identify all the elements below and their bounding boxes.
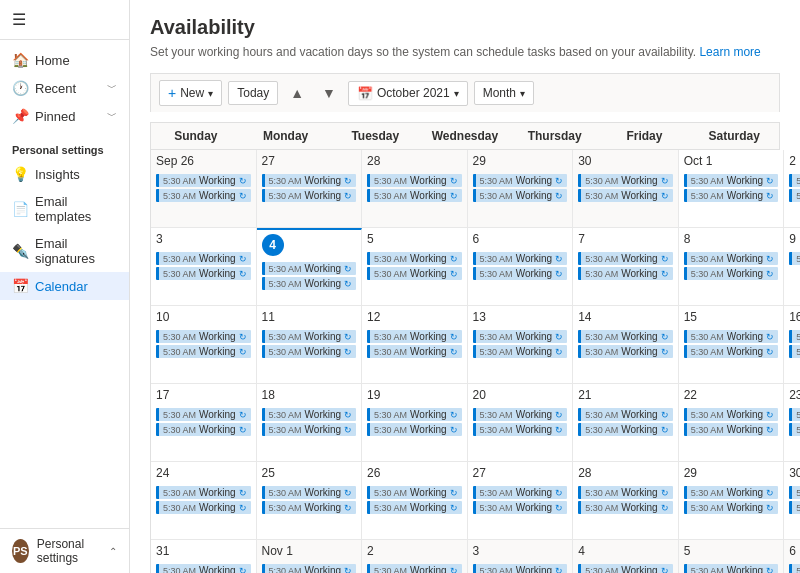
working-bar[interactable]: 5:30 AMWorking↻ bbox=[156, 423, 251, 436]
working-bar[interactable]: 5:30 AMWorking↻ bbox=[156, 330, 251, 343]
calendar-cell[interactable]: Nov 15:30 AMWorking↻5:30 AMWorking↻ bbox=[257, 540, 363, 573]
working-bar[interactable]: 5:30 AMWorking↻ bbox=[367, 345, 462, 358]
calendar-cell[interactable]: 205:30 AMWorking↻5:30 AMWorking↻ bbox=[468, 384, 574, 462]
calendar-cell[interactable]: Sep 265:30 AMWorking↻5:30 AMWorking↻ bbox=[151, 150, 257, 228]
working-bar[interactable]: 5:30 AMWorking↻ bbox=[789, 564, 800, 573]
working-bar[interactable]: 5:30 AMWorking↻ bbox=[473, 408, 568, 421]
working-bar[interactable]: 5:30 AMWorking↻ bbox=[262, 189, 357, 202]
working-bar[interactable]: 5:30 AMWorking↻ bbox=[789, 408, 800, 421]
working-bar[interactable]: 5:30 AMWorking↻ bbox=[367, 174, 462, 187]
working-bar[interactable]: 5:30 AMWorking↻ bbox=[578, 501, 673, 514]
working-bar[interactable]: 5:30 AMWorking↻ bbox=[578, 267, 673, 280]
today-button[interactable]: Today bbox=[228, 81, 278, 105]
calendar-cell[interactable]: 115:30 AMWorking↻5:30 AMWorking↻ bbox=[257, 306, 363, 384]
working-bar[interactable]: 5:30 AMWorking↻ bbox=[789, 252, 800, 265]
sidebar-footer[interactable]: PS Personal settings ⌃ bbox=[0, 528, 129, 573]
calendar-cell[interactable]: 55:30 AMWorking↻5:30 AMWorking↻ bbox=[679, 540, 785, 573]
working-bar[interactable]: 5:30 AMWorking↻ bbox=[684, 330, 779, 343]
sidebar-item-email-templates[interactable]: 📄 Email templates bbox=[0, 188, 129, 230]
working-bar[interactable]: 5:30 AMWorking↻ bbox=[367, 564, 462, 573]
calendar-cell[interactable]: 285:30 AMWorking↻5:30 AMWorking↻ bbox=[573, 462, 679, 540]
working-bar[interactable]: 5:30 AMWorking↻ bbox=[789, 423, 800, 436]
working-bar[interactable]: 5:30 AMWorking↻ bbox=[156, 501, 251, 514]
calendar-cell[interactable]: 85:30 AMWorking↻5:30 AMWorking↻ bbox=[679, 228, 785, 306]
working-bar[interactable]: 5:30 AMWorking↻ bbox=[578, 423, 673, 436]
calendar-cell[interactable]: 45:30 AMWorking↻5:30 AMWorking↻ bbox=[257, 228, 363, 306]
calendar-cell[interactable]: 45:30 AMWorking↻5:30 AMWorking↻ bbox=[573, 540, 679, 573]
calendar-cell[interactable]: 135:30 AMWorking↻5:30 AMWorking↻ bbox=[468, 306, 574, 384]
calendar-cell[interactable]: 215:30 AMWorking↻5:30 AMWorking↻ bbox=[573, 384, 679, 462]
calendar-cell[interactable]: 95:30 AMWorking↻ bbox=[784, 228, 800, 306]
calendar-cell[interactable]: 295:30 AMWorking↻5:30 AMWorking↻ bbox=[679, 462, 785, 540]
calendar-cell[interactable]: 195:30 AMWorking↻5:30 AMWorking↻ bbox=[362, 384, 468, 462]
working-bar[interactable]: 5:30 AMWorking↻ bbox=[473, 267, 568, 280]
calendar-cell[interactable]: 305:30 AMWorking↻5:30 AMWorking↻ bbox=[784, 462, 800, 540]
working-bar[interactable]: 5:30 AMWorking↻ bbox=[156, 564, 251, 573]
working-bar[interactable]: 5:30 AMWorking↻ bbox=[156, 345, 251, 358]
calendar-cell[interactable]: 235:30 AMWorking↻5:30 AMWorking↻ bbox=[784, 384, 800, 462]
working-bar[interactable]: 5:30 AMWorking↻ bbox=[789, 486, 800, 499]
working-bar[interactable]: 5:30 AMWorking↻ bbox=[156, 408, 251, 421]
calendar-cell[interactable]: 55:30 AMWorking↻5:30 AMWorking↻ bbox=[362, 228, 468, 306]
working-bar[interactable]: 5:30 AMWorking↻ bbox=[684, 501, 779, 514]
calendar-cell[interactable]: 25:30 AMWorking↻5:30 AMWorking↻ bbox=[784, 150, 800, 228]
working-bar[interactable]: 5:30 AMWorking↻ bbox=[684, 267, 779, 280]
next-button[interactable]: ▼ bbox=[316, 83, 342, 103]
working-bar[interactable]: 5:30 AMWorking↻ bbox=[367, 252, 462, 265]
working-bar[interactable]: 5:30 AMWorking↻ bbox=[367, 486, 462, 499]
calendar-cell[interactable]: Oct 15:30 AMWorking↻5:30 AMWorking↻ bbox=[679, 150, 785, 228]
sidebar-item-pinned[interactable]: 📌 Pinned ﹀ bbox=[0, 102, 129, 130]
prev-button[interactable]: ▲ bbox=[284, 83, 310, 103]
working-bar[interactable]: 5:30 AMWorking↻ bbox=[367, 501, 462, 514]
calendar-cell[interactable]: 305:30 AMWorking↻5:30 AMWorking↻ bbox=[573, 150, 679, 228]
working-bar[interactable]: 5:30 AMWorking↻ bbox=[367, 330, 462, 343]
working-bar[interactable]: 5:30 AMWorking↻ bbox=[473, 486, 568, 499]
working-bar[interactable]: 5:30 AMWorking↻ bbox=[684, 423, 779, 436]
working-bar[interactable]: 5:30 AMWorking↻ bbox=[684, 564, 779, 573]
calendar-cell[interactable]: 145:30 AMWorking↻5:30 AMWorking↻ bbox=[573, 306, 679, 384]
working-bar[interactable]: 5:30 AMWorking↻ bbox=[156, 189, 251, 202]
sidebar-item-insights[interactable]: 💡 Insights bbox=[0, 160, 129, 188]
working-bar[interactable]: 5:30 AMWorking↻ bbox=[262, 330, 357, 343]
working-bar[interactable]: 5:30 AMWorking↻ bbox=[367, 408, 462, 421]
hamburger-icon[interactable]: ☰ bbox=[12, 11, 26, 28]
sidebar-item-recent[interactable]: 🕐 Recent ﹀ bbox=[0, 74, 129, 102]
working-bar[interactable]: 5:30 AMWorking↻ bbox=[367, 423, 462, 436]
working-bar[interactable]: 5:30 AMWorking↻ bbox=[473, 564, 568, 573]
calendar-cell[interactable]: 25:30 AMWorking↻5:30 AMWorking↻ bbox=[362, 540, 468, 573]
calendar-cell[interactable]: 35:30 AMWorking↻5:30 AMWorking↻ bbox=[468, 540, 574, 573]
calendar-cell[interactable]: 225:30 AMWorking↻5:30 AMWorking↻ bbox=[679, 384, 785, 462]
working-bar[interactable]: 5:30 AMWorking↻ bbox=[578, 564, 673, 573]
calendar-cell[interactable]: 245:30 AMWorking↻5:30 AMWorking↻ bbox=[151, 462, 257, 540]
working-bar[interactable]: 5:30 AMWorking↻ bbox=[473, 189, 568, 202]
working-bar[interactable]: 5:30 AMWorking↻ bbox=[473, 345, 568, 358]
working-bar[interactable]: 5:30 AMWorking↻ bbox=[262, 262, 357, 275]
learn-more-link[interactable]: Learn more bbox=[699, 45, 760, 59]
working-bar[interactable]: 5:30 AMWorking↻ bbox=[578, 330, 673, 343]
working-bar[interactable]: 5:30 AMWorking↻ bbox=[578, 345, 673, 358]
working-bar[interactable]: 5:30 AMWorking↻ bbox=[684, 345, 779, 358]
view-selector[interactable]: Month ▾ bbox=[474, 81, 534, 105]
working-bar[interactable]: 5:30 AMWorking↻ bbox=[156, 174, 251, 187]
working-bar[interactable]: 5:30 AMWorking↻ bbox=[789, 330, 800, 343]
calendar-cell[interactable]: 105:30 AMWorking↻5:30 AMWorking↻ bbox=[151, 306, 257, 384]
working-bar[interactable]: 5:30 AMWorking↻ bbox=[473, 423, 568, 436]
calendar-cell[interactable]: 65:30 AMWorking↻5:30 AMWorking↻ bbox=[784, 540, 800, 573]
calendar-cell[interactable]: 35:30 AMWorking↻5:30 AMWorking↻ bbox=[151, 228, 257, 306]
working-bar[interactable]: 5:30 AMWorking↻ bbox=[473, 330, 568, 343]
sidebar-item-home[interactable]: 🏠 Home bbox=[0, 46, 129, 74]
working-bar[interactable]: 5:30 AMWorking↻ bbox=[262, 174, 357, 187]
working-bar[interactable]: 5:30 AMWorking↻ bbox=[684, 174, 779, 187]
working-bar[interactable]: 5:30 AMWorking↻ bbox=[789, 189, 800, 202]
new-button[interactable]: + New ▾ bbox=[159, 80, 222, 106]
working-bar[interactable]: 5:30 AMWorking↻ bbox=[578, 189, 673, 202]
sidebar-item-calendar[interactable]: 📅 Calendar bbox=[0, 272, 129, 300]
working-bar[interactable]: 5:30 AMWorking↻ bbox=[262, 501, 357, 514]
working-bar[interactable]: 5:30 AMWorking↻ bbox=[262, 423, 357, 436]
calendar-cell[interactable]: 285:30 AMWorking↻5:30 AMWorking↻ bbox=[362, 150, 468, 228]
calendar-cell[interactable]: 185:30 AMWorking↻5:30 AMWorking↻ bbox=[257, 384, 363, 462]
working-bar[interactable]: 5:30 AMWorking↻ bbox=[156, 267, 251, 280]
working-bar[interactable]: 5:30 AMWorking↻ bbox=[262, 408, 357, 421]
working-bar[interactable]: 5:30 AMWorking↻ bbox=[578, 408, 673, 421]
calendar-cell[interactable]: 75:30 AMWorking↻5:30 AMWorking↻ bbox=[573, 228, 679, 306]
